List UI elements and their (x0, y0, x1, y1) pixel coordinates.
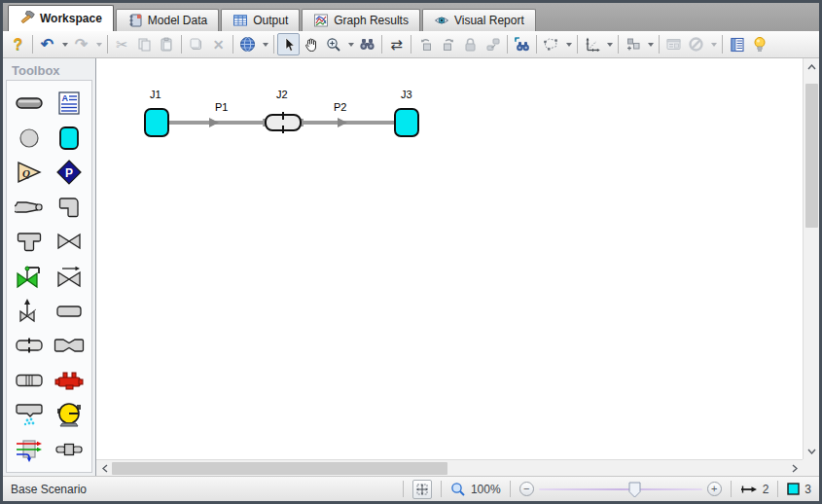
vertical-scroll-thumb[interactable] (805, 84, 818, 228)
toolbox-title: Toolbox (6, 60, 92, 80)
redo-dropdown[interactable] (92, 33, 104, 55)
chevron-down-icon (96, 43, 102, 47)
zoom-slider[interactable] (539, 481, 702, 498)
redo-button[interactable]: ↷ (70, 33, 92, 55)
merge-button[interactable] (482, 33, 504, 55)
tool-annotation[interactable]: A (50, 87, 90, 120)
pipe-p2[interactable] (301, 121, 396, 125)
tool-general-component[interactable] (9, 433, 50, 466)
horizontal-scroll-thumb[interactable] (112, 462, 447, 475)
tool-screen[interactable] (9, 364, 50, 397)
delete-button[interactable]: ✕ (207, 33, 230, 55)
tab-visual-report[interactable]: Visual Report (422, 9, 536, 31)
tool-dead-end[interactable] (50, 295, 90, 328)
scroll-up-arrow[interactable] (804, 58, 820, 75)
tool-venturi[interactable] (50, 329, 90, 362)
junction-label-j2[interactable]: J2 (276, 89, 288, 100)
tool-pump[interactable] (50, 398, 90, 431)
branch-tool-icon (18, 126, 41, 150)
tool-reservoir[interactable] (50, 122, 90, 155)
tab-label: Graph Results (334, 14, 409, 27)
zoom-out-button[interactable]: − (519, 482, 534, 496)
annotation-off-button[interactable] (685, 33, 707, 55)
cut-button[interactable]: ✂ (111, 33, 133, 55)
paste-button[interactable] (156, 33, 178, 55)
tool-orifice[interactable] (9, 329, 50, 362)
tool-control-valve[interactable] (9, 260, 50, 293)
scale-axes-icon (585, 37, 600, 53)
select-pointer-button[interactable] (277, 33, 300, 55)
binoculars-icon (359, 37, 375, 52)
tool-branch[interactable] (9, 122, 50, 155)
model-area[interactable]: J1 P1 J2 P2 J3 (96, 58, 803, 459)
scale-dropdown[interactable] (603, 33, 615, 55)
tool-pipe[interactable] (9, 87, 50, 120)
zoom-level-value: 100% (471, 483, 501, 496)
scroll-right-arrow[interactable] (786, 460, 803, 477)
pipe-label-p1[interactable]: P1 (215, 101, 228, 113)
pan-button[interactable] (300, 33, 322, 55)
workspace-canvas[interactable]: J1 P1 J2 P2 J3 (96, 58, 819, 476)
inspection-button[interactable] (662, 33, 685, 55)
svg-text:A: A (62, 93, 69, 103)
highlight-button[interactable] (748, 33, 770, 55)
rotate-left-button[interactable] (414, 33, 437, 55)
tab-workspace[interactable]: Workspace (8, 5, 114, 31)
scroll-down-arrow[interactable] (804, 443, 820, 459)
scroll-left-arrow[interactable] (96, 460, 113, 477)
junction-j1-reservoir[interactable] (144, 108, 169, 137)
chevron-down-icon (263, 43, 268, 47)
tool-tee-wye[interactable] (9, 225, 50, 258)
tool-assigned-flow[interactable]: Q (9, 156, 50, 189)
junction-label-j1[interactable]: J1 (150, 89, 161, 100)
tab-graph-results[interactable]: Graph Results (302, 9, 420, 31)
check-valve-tool-icon (56, 265, 82, 288)
tool-check-valve[interactable] (50, 260, 90, 293)
toolbox-body: A (6, 80, 92, 473)
tool-heat-exchanger[interactable] (50, 364, 90, 397)
fit-view-button[interactable] (412, 480, 432, 499)
reverse-direction-button[interactable]: ⇄ (385, 33, 408, 55)
lock-button[interactable] (459, 33, 482, 55)
lasso-select-button[interactable] (540, 33, 562, 55)
find-button[interactable] (356, 33, 378, 55)
tab-model-data[interactable]: Model Data (116, 9, 219, 31)
junction-label-j3[interactable]: J3 (401, 89, 412, 100)
copy-button[interactable] (133, 33, 156, 55)
scenario-name: Base Scenario (11, 483, 87, 496)
web-dropdown[interactable] (259, 33, 270, 55)
annotation-off-dropdown[interactable] (707, 33, 719, 55)
zoom-select-button[interactable] (322, 33, 344, 55)
align-button[interactable] (622, 33, 644, 55)
junction-j2-orifice[interactable] (262, 111, 304, 134)
tool-assigned-pressure[interactable]: P (50, 156, 90, 189)
undo-button[interactable]: ↶ (36, 33, 58, 55)
tool-spray-discharge[interactable] (9, 398, 50, 431)
undo-dropdown[interactable] (58, 33, 70, 55)
tool-bend[interactable] (50, 191, 90, 224)
duplicate-button[interactable] (185, 33, 207, 55)
lasso-dropdown[interactable] (562, 33, 574, 55)
tool-valve[interactable] (50, 225, 90, 258)
pipe-label-p2[interactable]: P2 (334, 101, 346, 113)
scale-position-button[interactable] (581, 33, 603, 55)
zoom-in-button[interactable]: + (707, 482, 722, 496)
duplicate-icon (189, 37, 203, 52)
vertical-scrollbar[interactable] (803, 58, 819, 459)
web-button[interactable] (236, 33, 259, 55)
tool-relief-valve[interactable] (9, 295, 50, 328)
zoom-slider-thumb[interactable] (628, 482, 641, 501)
find-junction-button[interactable] (511, 33, 533, 55)
rotate-right-button[interactable] (437, 33, 459, 55)
tool-volume-balance[interactable] (50, 433, 90, 466)
horizontal-scrollbar[interactable] (96, 459, 803, 476)
help-button[interactable]: ? (7, 33, 29, 55)
zoom-dropdown[interactable] (344, 33, 356, 55)
tool-area-change[interactable] (9, 191, 50, 224)
junction-j3-reservoir[interactable] (394, 108, 419, 137)
zoom-slider-track (539, 488, 702, 490)
tab-output[interactable]: Output (221, 9, 300, 31)
align-dropdown[interactable] (644, 33, 656, 55)
lock-icon (463, 37, 478, 53)
quick-access-panel-button[interactable] (726, 33, 748, 55)
